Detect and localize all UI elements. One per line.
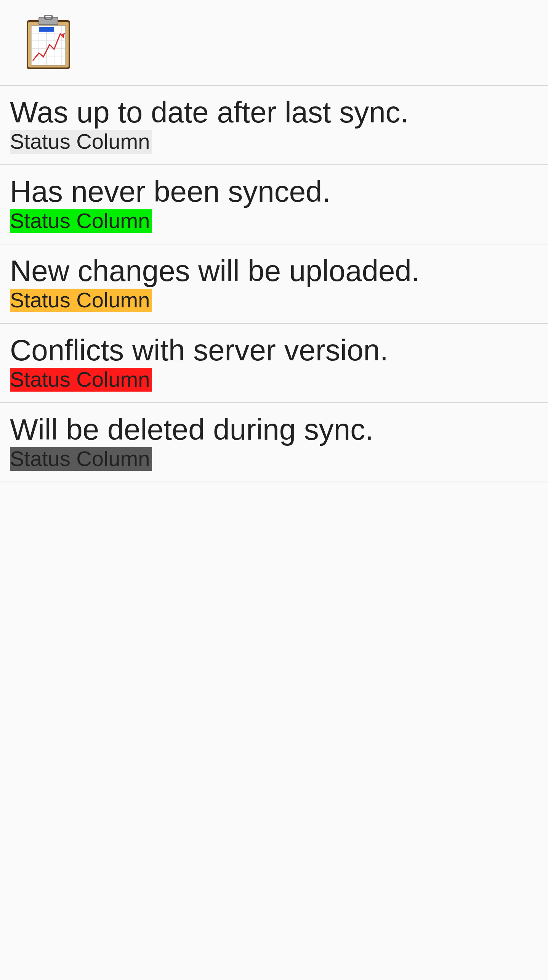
status-badge: Status Column	[10, 209, 152, 233]
clipboard-report-icon[interactable]	[24, 15, 73, 70]
item-title: Has never been synced.	[10, 177, 538, 206]
list-item[interactable]: Was up to date after last sync. Status C…	[0, 86, 548, 165]
list-item[interactable]: New changes will be uploaded. Status Col…	[0, 244, 548, 324]
app-bar	[0, 0, 548, 86]
status-badge: Status Column	[10, 130, 152, 154]
item-title: Will be deleted during sync.	[10, 414, 538, 444]
item-title: New changes will be uploaded.	[10, 256, 538, 286]
status-badge: Status Column	[10, 368, 152, 392]
status-legend-list: Was up to date after last sync. Status C…	[0, 86, 548, 482]
list-item[interactable]: Has never been synced. Status Column	[0, 165, 548, 244]
item-title: Conflicts with server version.	[10, 335, 538, 365]
status-badge: Status Column	[10, 447, 152, 471]
svg-rect-11	[39, 27, 54, 32]
item-title: Was up to date after last sync.	[10, 97, 538, 127]
svg-rect-12	[39, 17, 58, 25]
list-item[interactable]: Conflicts with server version. Status Co…	[0, 324, 548, 403]
status-badge: Status Column	[10, 289, 152, 312]
list-item[interactable]: Will be deleted during sync. Status Colu…	[0, 403, 548, 482]
